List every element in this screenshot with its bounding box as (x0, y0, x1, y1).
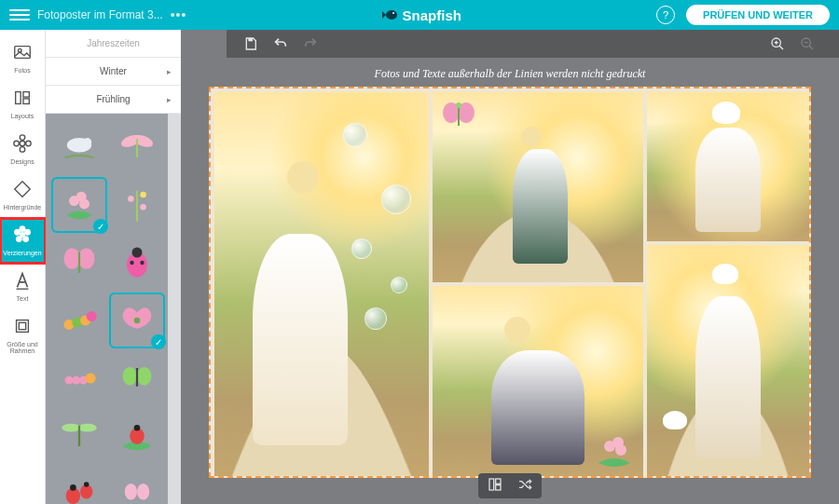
category-row-jahreszeiten[interactable]: Jahreszeiten (46, 30, 181, 58)
crop-icon (11, 315, 34, 337)
sticker-twig-blossom[interactable] (111, 179, 163, 231)
sticker-ladybug-leaf[interactable] (111, 410, 163, 462)
photo-tile-5[interactable] (647, 245, 809, 476)
svg-point-46 (65, 376, 74, 385)
top-bar: Fotoposter im Format 3... ••• Snapfish ?… (0, 0, 839, 30)
svg-point-18 (15, 230, 21, 236)
sticker-ladybugs-pair[interactable] (53, 468, 105, 504)
sticker-butterfly-heart[interactable] (111, 294, 163, 347)
svg-rect-5 (16, 92, 21, 104)
rail-verzierungen[interactable]: Verzierungen (0, 218, 46, 264)
svg-point-44 (87, 311, 97, 321)
sticker-grid[interactable] (46, 114, 181, 504)
rail-hintergruende[interactable]: Hintergründe (0, 172, 46, 218)
rail-label: Fotos (14, 67, 31, 74)
photo-tile-2[interactable] (433, 92, 643, 282)
brand-logo: Snapfish (186, 7, 656, 23)
undo-icon[interactable] (269, 33, 292, 55)
svg-point-34 (64, 249, 81, 269)
sticker-ladybug-pink[interactable] (111, 237, 163, 289)
rail-label: Text (17, 295, 29, 302)
svg-point-61 (84, 482, 89, 487)
svg-point-75 (456, 102, 461, 108)
rail-fotos[interactable]: Fotos (0, 35, 46, 81)
applied-sticker-flowers[interactable] (593, 431, 636, 469)
svg-rect-7 (23, 99, 29, 104)
rail-label: Layouts (11, 113, 34, 119)
zoom-in-icon[interactable] (766, 33, 789, 55)
svg-point-47 (72, 376, 80, 385)
poster-canvas[interactable] (209, 87, 811, 478)
svg-point-78 (615, 444, 626, 456)
applied-sticker-butterfly[interactable] (440, 100, 477, 131)
photo-icon (11, 41, 34, 63)
sticker-butterfly-small[interactable] (111, 468, 163, 504)
save-icon[interactable] (240, 33, 262, 55)
brand-name: Snapfish (403, 7, 461, 23)
svg-rect-52 (136, 368, 138, 387)
layout-options-icon[interactable] (488, 477, 502, 495)
svg-point-9 (20, 135, 25, 141)
left-rail: Fotos Layouts Designs Hintergründe Verzi… (0, 30, 46, 504)
svg-rect-26 (136, 139, 138, 157)
photo-tile-4[interactable] (433, 286, 643, 476)
proceed-button[interactable]: PRÜFEN UND WEITER (686, 5, 830, 25)
category-label: Jahreszeiten (87, 38, 140, 48)
shuffle-icon[interactable] (517, 477, 532, 495)
svg-point-35 (78, 249, 95, 269)
chevron-right-icon: ▸ (167, 95, 172, 104)
svg-point-54 (78, 424, 97, 432)
chevron-right-icon: ▸ (167, 67, 172, 76)
sticker-caterpillar[interactable] (53, 294, 105, 347)
photo-tile-3[interactable] (647, 92, 809, 241)
svg-point-62 (125, 484, 137, 500)
svg-point-45 (134, 318, 141, 324)
diamond-icon (11, 178, 34, 200)
decoration-flower-icon (11, 224, 34, 246)
sticker-butterfly-green[interactable] (111, 352, 163, 404)
document-title[interactable]: Fotoposter im Format 3... (37, 8, 163, 21)
category-row-winter[interactable]: Winter ▸ (46, 58, 181, 86)
svg-point-60 (70, 484, 76, 491)
svg-point-11 (14, 141, 20, 146)
svg-point-57 (134, 425, 141, 431)
svg-rect-64 (248, 38, 253, 41)
menu-icon[interactable] (9, 5, 30, 25)
svg-rect-81 (496, 485, 501, 490)
redo-icon (299, 33, 322, 55)
svg-point-10 (20, 147, 25, 153)
svg-point-13 (21, 233, 25, 238)
rail-layouts[interactable]: Layouts (0, 81, 46, 127)
layouts-icon (11, 87, 34, 109)
category-row-fruehling[interactable]: Frühling ▸ (46, 86, 181, 114)
sticker-dragonfly-green[interactable] (53, 410, 105, 462)
svg-point-29 (79, 198, 89, 209)
sticker-butterfly-pink[interactable] (53, 237, 105, 289)
rail-label: Verzierungen (3, 250, 41, 256)
svg-point-33 (140, 204, 146, 211)
svg-rect-79 (489, 479, 494, 490)
svg-point-15 (25, 230, 31, 236)
rail-label: Designs (10, 158, 34, 165)
svg-point-51 (137, 367, 151, 386)
sticker-caterpillar-pink[interactable] (53, 352, 105, 404)
svg-rect-36 (78, 252, 80, 273)
category-label: Winter (100, 66, 127, 76)
sticker-bird-branch[interactable] (53, 121, 105, 173)
rail-designs[interactable]: Designs (0, 127, 46, 172)
sticker-flowers-leaf[interactable] (53, 179, 105, 231)
rail-groesse[interactable]: Größe und Rahmen (0, 309, 46, 361)
svg-point-8 (20, 141, 25, 146)
svg-line-66 (779, 46, 783, 49)
help-icon[interactable]: ? (656, 6, 675, 24)
text-a-icon (11, 269, 34, 292)
sticker-dragonfly-pink[interactable] (111, 121, 163, 173)
svg-point-38 (132, 248, 143, 258)
rail-label: Größe und Rahmen (0, 341, 46, 354)
svg-point-16 (23, 237, 28, 242)
photo-tile-1[interactable] (214, 92, 429, 476)
more-menu-icon[interactable]: ••• (171, 7, 187, 22)
svg-rect-74 (458, 105, 460, 126)
rail-text[interactable]: Text (0, 264, 46, 309)
canvas-notice: Fotos und Texte außerhalb der Linien wer… (181, 58, 839, 87)
